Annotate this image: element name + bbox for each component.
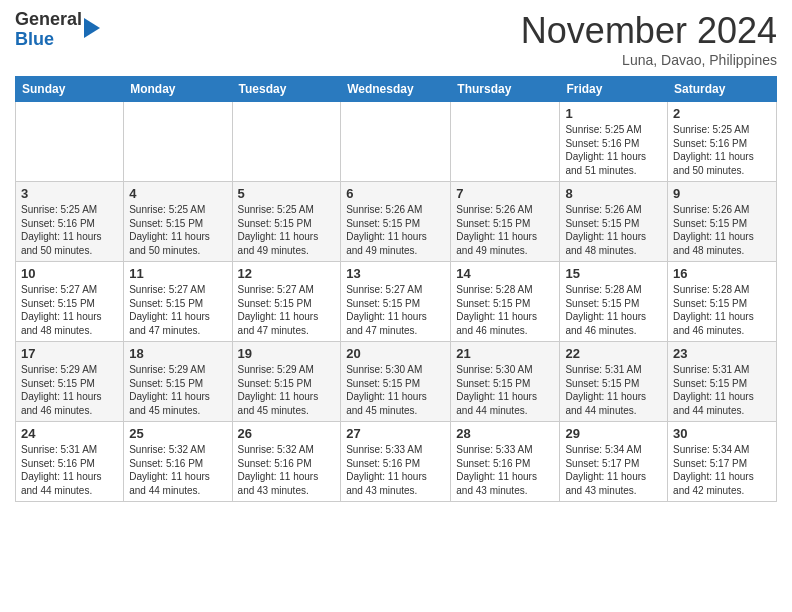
calendar-table: SundayMondayTuesdayWednesdayThursdayFrid… bbox=[15, 76, 777, 502]
calendar-cell: 8Sunrise: 5:26 AM Sunset: 5:15 PM Daylig… bbox=[560, 182, 668, 262]
day-number: 30 bbox=[673, 426, 771, 441]
day-number: 15 bbox=[565, 266, 662, 281]
cell-sun-info: Sunrise: 5:34 AM Sunset: 5:17 PM Dayligh… bbox=[673, 443, 771, 497]
cell-sun-info: Sunrise: 5:28 AM Sunset: 5:15 PM Dayligh… bbox=[565, 283, 662, 337]
cell-sun-info: Sunrise: 5:31 AM Sunset: 5:15 PM Dayligh… bbox=[565, 363, 662, 417]
calendar-cell: 10Sunrise: 5:27 AM Sunset: 5:15 PM Dayli… bbox=[16, 262, 124, 342]
cell-sun-info: Sunrise: 5:25 AM Sunset: 5:16 PM Dayligh… bbox=[565, 123, 662, 177]
calendar-cell: 1Sunrise: 5:25 AM Sunset: 5:16 PM Daylig… bbox=[560, 102, 668, 182]
cell-sun-info: Sunrise: 5:25 AM Sunset: 5:15 PM Dayligh… bbox=[129, 203, 226, 257]
cell-sun-info: Sunrise: 5:28 AM Sunset: 5:15 PM Dayligh… bbox=[456, 283, 554, 337]
day-number: 20 bbox=[346, 346, 445, 361]
calendar-cell: 13Sunrise: 5:27 AM Sunset: 5:15 PM Dayli… bbox=[341, 262, 451, 342]
calendar-cell bbox=[232, 102, 341, 182]
day-number: 24 bbox=[21, 426, 118, 441]
calendar-cell: 18Sunrise: 5:29 AM Sunset: 5:15 PM Dayli… bbox=[124, 342, 232, 422]
weekday-header-tuesday: Tuesday bbox=[232, 77, 341, 102]
calendar-week-row: 3Sunrise: 5:25 AM Sunset: 5:16 PM Daylig… bbox=[16, 182, 777, 262]
calendar-cell: 14Sunrise: 5:28 AM Sunset: 5:15 PM Dayli… bbox=[451, 262, 560, 342]
weekday-header-thursday: Thursday bbox=[451, 77, 560, 102]
cell-sun-info: Sunrise: 5:33 AM Sunset: 5:16 PM Dayligh… bbox=[456, 443, 554, 497]
cell-sun-info: Sunrise: 5:26 AM Sunset: 5:15 PM Dayligh… bbox=[673, 203, 771, 257]
day-number: 3 bbox=[21, 186, 118, 201]
calendar-cell: 6Sunrise: 5:26 AM Sunset: 5:15 PM Daylig… bbox=[341, 182, 451, 262]
calendar-cell: 15Sunrise: 5:28 AM Sunset: 5:15 PM Dayli… bbox=[560, 262, 668, 342]
calendar-cell: 11Sunrise: 5:27 AM Sunset: 5:15 PM Dayli… bbox=[124, 262, 232, 342]
day-number: 22 bbox=[565, 346, 662, 361]
cell-sun-info: Sunrise: 5:32 AM Sunset: 5:16 PM Dayligh… bbox=[129, 443, 226, 497]
logo-wordmark: GeneralBlue bbox=[15, 10, 82, 50]
day-number: 18 bbox=[129, 346, 226, 361]
day-number: 11 bbox=[129, 266, 226, 281]
day-number: 27 bbox=[346, 426, 445, 441]
day-number: 16 bbox=[673, 266, 771, 281]
day-number: 26 bbox=[238, 426, 336, 441]
calendar-cell: 20Sunrise: 5:30 AM Sunset: 5:15 PM Dayli… bbox=[341, 342, 451, 422]
calendar-week-row: 1Sunrise: 5:25 AM Sunset: 5:16 PM Daylig… bbox=[16, 102, 777, 182]
day-number: 5 bbox=[238, 186, 336, 201]
weekday-header-monday: Monday bbox=[124, 77, 232, 102]
calendar-body: 1Sunrise: 5:25 AM Sunset: 5:16 PM Daylig… bbox=[16, 102, 777, 502]
calendar-cell: 16Sunrise: 5:28 AM Sunset: 5:15 PM Dayli… bbox=[668, 262, 777, 342]
cell-sun-info: Sunrise: 5:25 AM Sunset: 5:15 PM Dayligh… bbox=[238, 203, 336, 257]
day-number: 28 bbox=[456, 426, 554, 441]
calendar-cell: 12Sunrise: 5:27 AM Sunset: 5:15 PM Dayli… bbox=[232, 262, 341, 342]
calendar-cell: 28Sunrise: 5:33 AM Sunset: 5:16 PM Dayli… bbox=[451, 422, 560, 502]
cell-sun-info: Sunrise: 5:29 AM Sunset: 5:15 PM Dayligh… bbox=[238, 363, 336, 417]
day-number: 6 bbox=[346, 186, 445, 201]
cell-sun-info: Sunrise: 5:26 AM Sunset: 5:15 PM Dayligh… bbox=[456, 203, 554, 257]
cell-sun-info: Sunrise: 5:27 AM Sunset: 5:15 PM Dayligh… bbox=[238, 283, 336, 337]
calendar-cell bbox=[124, 102, 232, 182]
cell-sun-info: Sunrise: 5:28 AM Sunset: 5:15 PM Dayligh… bbox=[673, 283, 771, 337]
calendar-cell: 27Sunrise: 5:33 AM Sunset: 5:16 PM Dayli… bbox=[341, 422, 451, 502]
logo-general: General bbox=[15, 9, 82, 29]
day-number: 12 bbox=[238, 266, 336, 281]
day-number: 1 bbox=[565, 106, 662, 121]
calendar-cell: 9Sunrise: 5:26 AM Sunset: 5:15 PM Daylig… bbox=[668, 182, 777, 262]
cell-sun-info: Sunrise: 5:25 AM Sunset: 5:16 PM Dayligh… bbox=[673, 123, 771, 177]
day-number: 8 bbox=[565, 186, 662, 201]
cell-sun-info: Sunrise: 5:31 AM Sunset: 5:15 PM Dayligh… bbox=[673, 363, 771, 417]
page-header: GeneralBlue November 2024 Luna, Davao, P… bbox=[15, 10, 777, 68]
calendar-cell: 5Sunrise: 5:25 AM Sunset: 5:15 PM Daylig… bbox=[232, 182, 341, 262]
cell-sun-info: Sunrise: 5:25 AM Sunset: 5:16 PM Dayligh… bbox=[21, 203, 118, 257]
calendar-cell: 29Sunrise: 5:34 AM Sunset: 5:17 PM Dayli… bbox=[560, 422, 668, 502]
month-title: November 2024 bbox=[521, 10, 777, 52]
cell-sun-info: Sunrise: 5:29 AM Sunset: 5:15 PM Dayligh… bbox=[129, 363, 226, 417]
calendar-cell: 19Sunrise: 5:29 AM Sunset: 5:15 PM Dayli… bbox=[232, 342, 341, 422]
logo-text-block: GeneralBlue bbox=[15, 10, 100, 50]
weekday-header-wednesday: Wednesday bbox=[341, 77, 451, 102]
calendar-cell bbox=[16, 102, 124, 182]
logo-arrow-icon bbox=[84, 18, 100, 38]
cell-sun-info: Sunrise: 5:30 AM Sunset: 5:15 PM Dayligh… bbox=[346, 363, 445, 417]
calendar-cell: 7Sunrise: 5:26 AM Sunset: 5:15 PM Daylig… bbox=[451, 182, 560, 262]
calendar-cell: 3Sunrise: 5:25 AM Sunset: 5:16 PM Daylig… bbox=[16, 182, 124, 262]
title-section: November 2024 Luna, Davao, Philippines bbox=[521, 10, 777, 68]
day-number: 19 bbox=[238, 346, 336, 361]
cell-sun-info: Sunrise: 5:33 AM Sunset: 5:16 PM Dayligh… bbox=[346, 443, 445, 497]
calendar-cell: 24Sunrise: 5:31 AM Sunset: 5:16 PM Dayli… bbox=[16, 422, 124, 502]
calendar-cell: 30Sunrise: 5:34 AM Sunset: 5:17 PM Dayli… bbox=[668, 422, 777, 502]
day-number: 7 bbox=[456, 186, 554, 201]
cell-sun-info: Sunrise: 5:27 AM Sunset: 5:15 PM Dayligh… bbox=[129, 283, 226, 337]
calendar-week-row: 17Sunrise: 5:29 AM Sunset: 5:15 PM Dayli… bbox=[16, 342, 777, 422]
logo-blue: Blue bbox=[15, 29, 54, 49]
calendar-cell bbox=[451, 102, 560, 182]
day-number: 2 bbox=[673, 106, 771, 121]
day-number: 13 bbox=[346, 266, 445, 281]
day-number: 29 bbox=[565, 426, 662, 441]
calendar-cell: 22Sunrise: 5:31 AM Sunset: 5:15 PM Dayli… bbox=[560, 342, 668, 422]
calendar-cell: 26Sunrise: 5:32 AM Sunset: 5:16 PM Dayli… bbox=[232, 422, 341, 502]
cell-sun-info: Sunrise: 5:26 AM Sunset: 5:15 PM Dayligh… bbox=[346, 203, 445, 257]
day-number: 23 bbox=[673, 346, 771, 361]
calendar-cell: 4Sunrise: 5:25 AM Sunset: 5:15 PM Daylig… bbox=[124, 182, 232, 262]
cell-sun-info: Sunrise: 5:26 AM Sunset: 5:15 PM Dayligh… bbox=[565, 203, 662, 257]
calendar-cell: 17Sunrise: 5:29 AM Sunset: 5:15 PM Dayli… bbox=[16, 342, 124, 422]
day-number: 10 bbox=[21, 266, 118, 281]
calendar-cell: 23Sunrise: 5:31 AM Sunset: 5:15 PM Dayli… bbox=[668, 342, 777, 422]
cell-sun-info: Sunrise: 5:27 AM Sunset: 5:15 PM Dayligh… bbox=[346, 283, 445, 337]
calendar-header-row: SundayMondayTuesdayWednesdayThursdayFrid… bbox=[16, 77, 777, 102]
day-number: 4 bbox=[129, 186, 226, 201]
cell-sun-info: Sunrise: 5:31 AM Sunset: 5:16 PM Dayligh… bbox=[21, 443, 118, 497]
day-number: 21 bbox=[456, 346, 554, 361]
